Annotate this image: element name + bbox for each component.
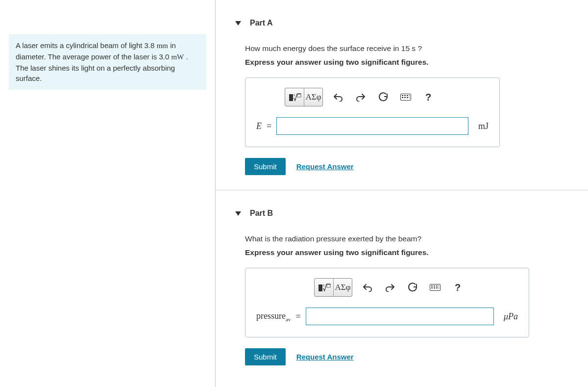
part-b-question: What is the radiation pressure exerted b…: [245, 234, 568, 243]
keyboard-icon: [430, 284, 441, 291]
part-a-title: Part A: [250, 19, 273, 27]
part-a: Part A How much energy does the surface …: [216, 0, 588, 190]
part-a-question: How much energy does the surface receive…: [245, 44, 568, 53]
template-button[interactable]: x: [285, 88, 304, 106]
undo-button[interactable]: [358, 279, 377, 296]
keyboard-icon: [400, 94, 411, 101]
part-a-input[interactable]: [276, 117, 468, 135]
redo-button[interactable]: [351, 88, 370, 106]
part-b-submit-button[interactable]: Submit: [245, 348, 286, 365]
unit-mm: mm: [157, 42, 168, 50]
part-b-variable: pressureav: [256, 311, 291, 322]
equals-sign: =: [267, 121, 271, 131]
part-a-unit: mJ: [478, 121, 489, 131]
help-button[interactable]: ?: [419, 88, 438, 106]
part-b: Part B What is the radiation pressure ex…: [216, 190, 588, 380]
svg-text:x: x: [294, 93, 295, 97]
problem-statement: A laser emits a cylindrical beam of ligh…: [9, 34, 206, 90]
help-button[interactable]: ?: [448, 279, 467, 296]
redo-button[interactable]: [381, 279, 399, 296]
part-b-input[interactable]: [306, 308, 494, 325]
undo-button[interactable]: [329, 88, 347, 106]
greek-button[interactable]: ΑΣφ: [304, 88, 322, 106]
part-a-instruction: Express your answer using two significan…: [245, 58, 568, 67]
part-b-toolbar: x ΑΣφ: [256, 278, 518, 297]
template-button[interactable]: x: [315, 279, 333, 296]
collapse-icon[interactable]: [235, 21, 241, 26]
part-b-instruction: Express your answer using two significan…: [245, 248, 568, 257]
part-b-title: Part B: [250, 209, 273, 218]
part-a-request-answer-link[interactable]: Request Answer: [296, 162, 354, 171]
reset-button[interactable]: [403, 279, 422, 296]
svg-text:x: x: [323, 284, 325, 287]
part-a-submit-button[interactable]: Submit: [245, 158, 286, 175]
reset-button[interactable]: [374, 88, 392, 106]
part-a-answer-box: x ΑΣφ: [245, 77, 500, 147]
problem-text-1: A laser emits a cylindrical beam of ligh…: [16, 41, 157, 50]
unit-mw: mW: [171, 53, 184, 61]
part-b-request-answer-link[interactable]: Request Answer: [296, 353, 354, 361]
keyboard-button[interactable]: [426, 279, 444, 296]
keyboard-button[interactable]: [396, 88, 415, 106]
collapse-icon[interactable]: [235, 211, 241, 216]
part-a-toolbar: x ΑΣφ: [256, 88, 489, 106]
equals-sign: =: [295, 311, 300, 322]
part-b-unit: μPa: [504, 311, 518, 322]
part-b-answer-box: x ΑΣφ: [245, 268, 529, 337]
part-a-variable: E: [256, 121, 262, 131]
greek-button[interactable]: ΑΣφ: [333, 279, 352, 296]
problem-panel: A laser emits a cylindrical beam of ligh…: [0, 0, 216, 387]
